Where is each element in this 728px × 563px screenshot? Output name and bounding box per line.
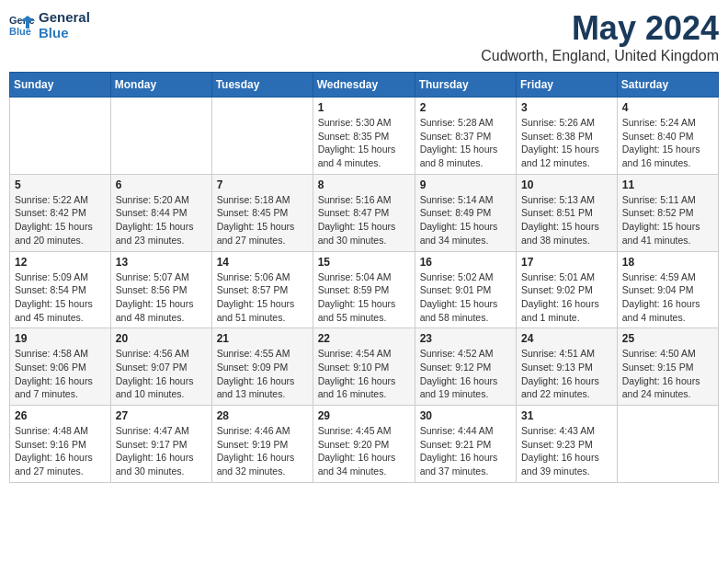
day-number: 15 [318, 256, 410, 269]
calendar-cell: 27Sunrise: 4:47 AMSunset: 9:17 PMDayligh… [110, 406, 211, 483]
day-number: 20 [116, 332, 207, 345]
calendar-cell: 18Sunrise: 4:59 AMSunset: 9:04 PMDayligh… [617, 251, 718, 328]
calendar-cell: 21Sunrise: 4:55 AMSunset: 9:09 PMDayligh… [211, 328, 313, 406]
calendar-cell: 23Sunrise: 4:52 AMSunset: 9:12 PMDayligh… [415, 328, 516, 406]
day-info: Sunrise: 4:59 AMSunset: 9:04 PMDaylight:… [622, 270, 713, 325]
day-number: 16 [420, 256, 511, 269]
calendar-week-2: 5Sunrise: 5:22 AMSunset: 8:42 PMDaylight… [10, 174, 719, 251]
day-info: Sunrise: 5:11 AMSunset: 8:52 PMDaylight:… [622, 193, 713, 247]
day-number: 25 [622, 332, 713, 345]
day-info: Sunrise: 4:43 AMSunset: 9:23 PMDaylight:… [521, 424, 612, 478]
calendar-week-4: 19Sunrise: 4:58 AMSunset: 9:06 PMDayligh… [10, 328, 719, 406]
calendar-cell: 22Sunrise: 4:54 AMSunset: 9:10 PMDayligh… [313, 328, 415, 406]
day-number: 9 [420, 178, 511, 191]
day-number: 10 [521, 178, 612, 191]
calendar-cell: 14Sunrise: 5:06 AMSunset: 8:57 PMDayligh… [211, 251, 313, 328]
day-number: 3 [521, 101, 612, 114]
calendar-cell [617, 406, 718, 483]
day-info: Sunrise: 5:18 AMSunset: 8:45 PMDaylight:… [217, 193, 308, 247]
calendar-cell: 7Sunrise: 5:18 AMSunset: 8:45 PMDaylight… [211, 174, 313, 251]
calendar-cell: 13Sunrise: 5:07 AMSunset: 8:56 PMDayligh… [110, 251, 211, 328]
day-info: Sunrise: 5:01 AMSunset: 9:02 PMDaylight:… [521, 270, 612, 325]
day-number: 12 [15, 256, 106, 269]
day-info: Sunrise: 4:54 AMSunset: 9:10 PMDaylight:… [318, 347, 410, 401]
day-info: Sunrise: 5:06 AMSunset: 8:57 PMDaylight:… [217, 270, 308, 325]
day-number: 26 [15, 409, 106, 422]
day-number: 11 [622, 178, 713, 191]
calendar-cell: 31Sunrise: 4:43 AMSunset: 9:23 PMDayligh… [517, 406, 618, 483]
day-number: 22 [318, 332, 410, 345]
header-day-friday: Friday [517, 73, 618, 98]
calendar-header-row: SundayMondayTuesdayWednesdayThursdayFrid… [10, 73, 719, 98]
day-number: 19 [15, 332, 106, 345]
header-day-thursday: Thursday [415, 73, 516, 98]
calendar-cell: 29Sunrise: 4:45 AMSunset: 9:20 PMDayligh… [313, 406, 415, 483]
day-info: Sunrise: 4:58 AMSunset: 9:06 PMDaylight:… [15, 347, 106, 401]
day-info: Sunrise: 4:44 AMSunset: 9:21 PMDaylight:… [420, 424, 511, 478]
day-number: 31 [521, 409, 612, 422]
calendar-cell: 24Sunrise: 4:51 AMSunset: 9:13 PMDayligh… [517, 328, 618, 406]
calendar-week-1: 1Sunrise: 5:30 AMSunset: 8:35 PMDaylight… [10, 98, 719, 175]
day-number: 1 [318, 101, 410, 114]
calendar-week-5: 26Sunrise: 4:48 AMSunset: 9:16 PMDayligh… [10, 406, 719, 483]
calendar-cell: 11Sunrise: 5:11 AMSunset: 8:52 PMDayligh… [617, 174, 718, 251]
day-number: 28 [217, 409, 308, 422]
calendar-week-3: 12Sunrise: 5:09 AMSunset: 8:54 PMDayligh… [10, 251, 719, 328]
day-number: 24 [521, 332, 612, 345]
day-info: Sunrise: 4:47 AMSunset: 9:17 PMDaylight:… [116, 424, 207, 478]
calendar-cell [110, 98, 211, 175]
day-info: Sunrise: 4:56 AMSunset: 9:07 PMDaylight:… [116, 347, 207, 401]
day-number: 5 [15, 178, 106, 191]
day-info: Sunrise: 5:07 AMSunset: 8:56 PMDaylight:… [116, 270, 207, 325]
calendar-cell: 5Sunrise: 5:22 AMSunset: 8:42 PMDaylight… [10, 174, 111, 251]
day-info: Sunrise: 5:22 AMSunset: 8:42 PMDaylight:… [15, 193, 106, 247]
calendar-subtitle: Cudworth, England, United Kingdom [481, 48, 719, 64]
calendar-cell [211, 98, 313, 175]
day-info: Sunrise: 5:14 AMSunset: 8:49 PMDaylight:… [420, 193, 511, 247]
day-info: Sunrise: 5:02 AMSunset: 9:01 PMDaylight:… [420, 270, 511, 325]
day-number: 21 [217, 332, 308, 345]
calendar-cell: 19Sunrise: 4:58 AMSunset: 9:06 PMDayligh… [10, 328, 111, 406]
header-day-wednesday: Wednesday [313, 73, 415, 98]
day-info: Sunrise: 5:04 AMSunset: 8:59 PMDaylight:… [318, 270, 410, 325]
day-number: 18 [622, 256, 713, 269]
logo: General Blue General Blue [9, 9, 90, 40]
logo-line2: Blue [39, 25, 90, 40]
day-info: Sunrise: 4:52 AMSunset: 9:12 PMDaylight:… [420, 347, 511, 401]
day-number: 4 [622, 101, 713, 114]
day-info: Sunrise: 4:51 AMSunset: 9:13 PMDaylight:… [521, 347, 612, 401]
day-info: Sunrise: 5:26 AMSunset: 8:38 PMDaylight:… [521, 116, 612, 170]
calendar-cell: 4Sunrise: 5:24 AMSunset: 8:40 PMDaylight… [617, 98, 718, 175]
day-number: 23 [420, 332, 511, 345]
calendar-cell: 6Sunrise: 5:20 AMSunset: 8:44 PMDaylight… [110, 174, 211, 251]
header-day-saturday: Saturday [617, 73, 718, 98]
calendar-cell: 20Sunrise: 4:56 AMSunset: 9:07 PMDayligh… [110, 328, 211, 406]
day-number: 14 [217, 256, 308, 269]
calendar-cell: 16Sunrise: 5:02 AMSunset: 9:01 PMDayligh… [415, 251, 516, 328]
header-day-tuesday: Tuesday [211, 73, 313, 98]
day-number: 8 [318, 178, 410, 191]
day-info: Sunrise: 5:28 AMSunset: 8:37 PMDaylight:… [420, 116, 511, 170]
calendar-cell: 15Sunrise: 5:04 AMSunset: 8:59 PMDayligh… [313, 251, 415, 328]
day-info: Sunrise: 4:55 AMSunset: 9:09 PMDaylight:… [217, 347, 308, 401]
calendar-cell: 30Sunrise: 4:44 AMSunset: 9:21 PMDayligh… [415, 406, 516, 483]
day-number: 7 [217, 178, 308, 191]
day-info: Sunrise: 5:30 AMSunset: 8:35 PMDaylight:… [318, 116, 410, 170]
day-number: 29 [318, 409, 410, 422]
day-number: 17 [521, 256, 612, 269]
day-info: Sunrise: 5:13 AMSunset: 8:51 PMDaylight:… [521, 193, 612, 247]
calendar-cell: 25Sunrise: 4:50 AMSunset: 9:15 PMDayligh… [617, 328, 718, 406]
day-number: 30 [420, 409, 511, 422]
day-info: Sunrise: 5:16 AMSunset: 8:47 PMDaylight:… [318, 193, 410, 247]
calendar-cell: 8Sunrise: 5:16 AMSunset: 8:47 PMDaylight… [313, 174, 415, 251]
calendar-cell: 10Sunrise: 5:13 AMSunset: 8:51 PMDayligh… [517, 174, 618, 251]
calendar-table: SundayMondayTuesdayWednesdayThursdayFrid… [9, 72, 719, 483]
day-number: 2 [420, 101, 511, 114]
day-info: Sunrise: 4:45 AMSunset: 9:20 PMDaylight:… [318, 424, 410, 478]
calendar-cell: 17Sunrise: 5:01 AMSunset: 9:02 PMDayligh… [517, 251, 618, 328]
day-number: 13 [116, 256, 207, 269]
header-day-sunday: Sunday [10, 73, 111, 98]
day-info: Sunrise: 4:46 AMSunset: 9:19 PMDaylight:… [217, 424, 308, 478]
calendar-cell: 12Sunrise: 5:09 AMSunset: 8:54 PMDayligh… [10, 251, 111, 328]
calendar-cell: 3Sunrise: 5:26 AMSunset: 8:38 PMDaylight… [517, 98, 618, 175]
